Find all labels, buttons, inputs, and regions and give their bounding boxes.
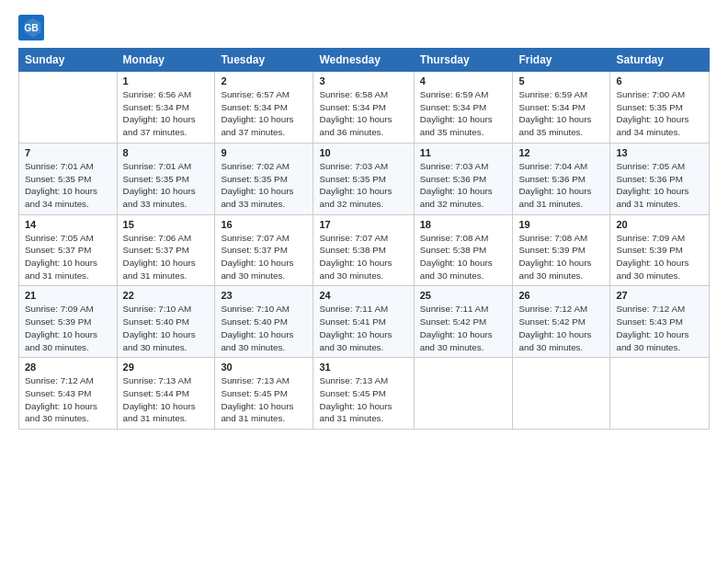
day-info: Sunrise: 7:11 AMSunset: 5:42 PMDaylight:… [420,303,507,353]
day-number: 19 [518,219,604,230]
day-info: Sunrise: 7:06 AMSunset: 5:37 PMDaylight:… [123,232,210,282]
day-info: Sunrise: 7:07 AMSunset: 5:37 PMDaylight:… [221,232,307,282]
day-info: Sunrise: 6:59 AMSunset: 5:34 PMDaylight:… [420,88,507,139]
calendar-cell: 21Sunrise: 7:09 AMSunset: 5:39 PMDayligh… [19,286,118,358]
day-info: Sunrise: 7:10 AMSunset: 5:40 PMDaylight:… [123,303,210,353]
day-number: 9 [221,147,307,158]
calendar-cell: 4Sunrise: 6:59 AMSunset: 5:34 PMDaylight… [414,72,513,144]
day-number: 4 [420,75,507,86]
calendar-cell: 15Sunrise: 7:06 AMSunset: 5:37 PMDayligh… [117,214,215,286]
day-number: 20 [616,219,703,230]
day-info: Sunrise: 7:13 AMSunset: 5:45 PMDaylight:… [221,374,307,425]
weekday-header-cell: Sunday [19,49,118,72]
calendar-week-row: 14Sunrise: 7:05 AMSunset: 5:37 PMDayligh… [19,214,710,286]
weekday-header-cell: Friday [513,49,610,72]
calendar-cell: 24Sunrise: 7:11 AMSunset: 5:41 PMDayligh… [313,286,414,358]
day-info: Sunrise: 7:09 AMSunset: 5:39 PMDaylight:… [25,303,111,353]
day-info: Sunrise: 7:07 AMSunset: 5:38 PMDaylight:… [319,232,407,282]
day-number: 31 [319,362,407,373]
calendar-cell: 22Sunrise: 7:10 AMSunset: 5:40 PMDayligh… [117,286,215,358]
day-number: 24 [319,290,407,301]
weekday-header-cell: Tuesday [215,49,313,72]
day-number: 16 [221,219,307,230]
day-number: 13 [616,147,703,158]
day-number: 18 [420,219,507,230]
weekday-header-cell: Wednesday [313,49,414,72]
day-info: Sunrise: 7:13 AMSunset: 5:44 PMDaylight:… [123,374,210,425]
calendar-cell: 23Sunrise: 7:10 AMSunset: 5:40 PMDayligh… [215,286,313,358]
calendar-cell: 30Sunrise: 7:13 AMSunset: 5:45 PMDayligh… [215,358,313,430]
calendar-cell: 10Sunrise: 7:03 AMSunset: 5:35 PMDayligh… [313,143,414,214]
calendar-cell: 31Sunrise: 7:13 AMSunset: 5:45 PMDayligh… [313,358,414,430]
day-info: Sunrise: 6:57 AMSunset: 5:34 PMDaylight:… [221,88,307,139]
calendar-cell: 20Sunrise: 7:09 AMSunset: 5:39 PMDayligh… [610,214,710,286]
weekday-header-row: SundayMondayTuesdayWednesdayThursdayFrid… [19,49,710,72]
header: GB [18,15,710,40]
day-info: Sunrise: 7:13 AMSunset: 5:45 PMDaylight:… [319,374,407,425]
logo-icon: GB [18,15,44,40]
day-info: Sunrise: 7:00 AMSunset: 5:35 PMDaylight:… [616,88,703,139]
day-info: Sunrise: 7:11 AMSunset: 5:41 PMDaylight:… [319,303,407,353]
day-number: 1 [123,75,210,86]
day-number: 12 [518,147,604,158]
calendar-cell: 11Sunrise: 7:03 AMSunset: 5:36 PMDayligh… [414,143,513,214]
day-number: 23 [221,290,307,301]
calendar-cell: 27Sunrise: 7:12 AMSunset: 5:43 PMDayligh… [610,286,710,358]
day-info: Sunrise: 7:09 AMSunset: 5:39 PMDaylight:… [616,232,703,282]
calendar-cell: 13Sunrise: 7:05 AMSunset: 5:36 PMDayligh… [610,143,710,214]
day-info: Sunrise: 7:08 AMSunset: 5:38 PMDaylight:… [420,232,507,282]
calendar-cell: 28Sunrise: 7:12 AMSunset: 5:43 PMDayligh… [19,358,118,430]
day-number: 17 [319,219,407,230]
calendar-cell: 17Sunrise: 7:07 AMSunset: 5:38 PMDayligh… [313,214,414,286]
calendar-body: 1Sunrise: 6:56 AMSunset: 5:34 PMDaylight… [19,72,710,430]
day-info: Sunrise: 7:05 AMSunset: 5:36 PMDaylight:… [616,160,703,211]
day-info: Sunrise: 7:01 AMSunset: 5:35 PMDaylight:… [25,160,111,211]
calendar-cell: 3Sunrise: 6:58 AMSunset: 5:34 PMDaylight… [313,72,414,144]
day-number: 27 [616,290,703,301]
calendar-cell: 5Sunrise: 6:59 AMSunset: 5:34 PMDaylight… [513,72,610,144]
calendar-week-row: 21Sunrise: 7:09 AMSunset: 5:39 PMDayligh… [19,286,710,358]
calendar-cell: 12Sunrise: 7:04 AMSunset: 5:36 PMDayligh… [513,143,610,214]
page: GB SundayMondayTuesdayWednesdayThursdayF… [0,0,728,563]
day-number: 14 [25,219,111,230]
day-number: 11 [420,147,507,158]
day-number: 26 [518,290,604,301]
day-info: Sunrise: 7:10 AMSunset: 5:40 PMDaylight:… [221,303,307,353]
day-info: Sunrise: 7:03 AMSunset: 5:36 PMDaylight:… [420,160,507,211]
day-info: Sunrise: 7:12 AMSunset: 5:43 PMDaylight:… [25,374,111,425]
day-number: 25 [420,290,507,301]
calendar-cell: 6Sunrise: 7:00 AMSunset: 5:35 PMDaylight… [610,72,710,144]
calendar-cell [610,358,710,430]
day-info: Sunrise: 7:03 AMSunset: 5:35 PMDaylight:… [319,160,407,211]
calendar-cell: 29Sunrise: 7:13 AMSunset: 5:44 PMDayligh… [117,358,215,430]
day-number: 5 [518,75,604,86]
day-info: Sunrise: 7:12 AMSunset: 5:43 PMDaylight:… [616,303,703,353]
calendar-cell: 25Sunrise: 7:11 AMSunset: 5:42 PMDayligh… [414,286,513,358]
day-info: Sunrise: 7:04 AMSunset: 5:36 PMDaylight:… [518,160,604,211]
day-number: 2 [221,75,307,86]
calendar-cell: 19Sunrise: 7:08 AMSunset: 5:39 PMDayligh… [513,214,610,286]
calendar-cell: 14Sunrise: 7:05 AMSunset: 5:37 PMDayligh… [19,214,118,286]
calendar-week-row: 28Sunrise: 7:12 AMSunset: 5:43 PMDayligh… [19,358,710,430]
day-info: Sunrise: 7:12 AMSunset: 5:42 PMDaylight:… [518,303,604,353]
calendar-cell [414,358,513,430]
day-info: Sunrise: 6:56 AMSunset: 5:34 PMDaylight:… [123,88,210,139]
weekday-header-cell: Thursday [414,49,513,72]
day-info: Sunrise: 7:01 AMSunset: 5:35 PMDaylight:… [123,160,210,211]
calendar-week-row: 7Sunrise: 7:01 AMSunset: 5:35 PMDaylight… [19,143,710,214]
calendar-cell: 26Sunrise: 7:12 AMSunset: 5:42 PMDayligh… [513,286,610,358]
day-number: 29 [123,362,210,373]
day-number: 3 [319,75,407,86]
calendar-cell: 8Sunrise: 7:01 AMSunset: 5:35 PMDaylight… [117,143,215,214]
svg-text:GB: GB [24,22,39,33]
day-number: 6 [616,75,703,86]
day-info: Sunrise: 7:02 AMSunset: 5:35 PMDaylight:… [221,160,307,211]
calendar-cell: 7Sunrise: 7:01 AMSunset: 5:35 PMDaylight… [19,143,118,214]
calendar-week-row: 1Sunrise: 6:56 AMSunset: 5:34 PMDaylight… [19,72,710,144]
weekday-header-cell: Monday [117,49,215,72]
calendar-cell [19,72,118,144]
calendar-cell: 16Sunrise: 7:07 AMSunset: 5:37 PMDayligh… [215,214,313,286]
day-number: 7 [25,147,111,158]
day-number: 30 [221,362,307,373]
calendar-cell: 9Sunrise: 7:02 AMSunset: 5:35 PMDaylight… [215,143,313,214]
